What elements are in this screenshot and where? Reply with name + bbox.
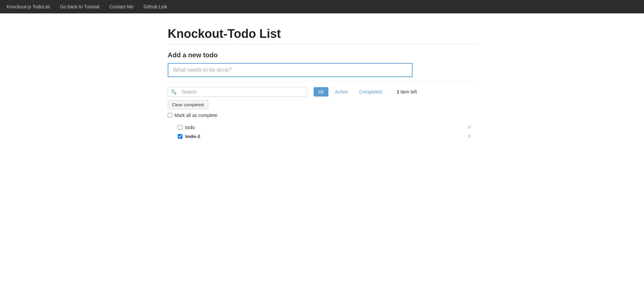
navbar-link-tutorial[interactable]: Go back to Tutorial	[60, 4, 100, 9]
todo-delete-button-1[interactable]: ✕	[466, 124, 473, 130]
navbar-brand[interactable]: Knockout-js TodoList	[7, 4, 50, 9]
todo-item-left-2: todo 2	[178, 133, 200, 139]
todo-checkbox-1[interactable]	[178, 125, 182, 130]
main-content: Knockout-Todo List Add a new todo 🔍 All …	[161, 27, 483, 141]
add-todo-input[interactable]	[168, 63, 413, 77]
search-icon: 🔍	[171, 89, 176, 95]
search-icon-button[interactable]: 🔍	[168, 87, 179, 97]
add-section-title: Add a new todo	[168, 51, 476, 59]
todo-checkbox-2[interactable]	[178, 134, 182, 139]
filter-all-button[interactable]: All	[314, 87, 328, 97]
todo-text-1: todo	[185, 124, 195, 130]
todo-item-2: todo 2 ✕	[178, 132, 476, 141]
navbar-link-contact[interactable]: Contact Me	[109, 4, 133, 9]
mark-all-row: Mark all as complete	[168, 113, 476, 118]
todo-text-2: todo 2	[185, 133, 200, 139]
navbar-link-github[interactable]: Github Link	[144, 4, 167, 9]
clear-completed-button[interactable]: Clear completed	[168, 100, 208, 109]
mark-all-label: Mark all as complete	[174, 113, 217, 118]
search-container: 🔍	[168, 87, 307, 97]
todo-item-left-1: todo	[178, 124, 195, 130]
mark-all-checkbox[interactable]	[168, 113, 172, 118]
items-left-label: item left	[400, 89, 417, 95]
page-title: Knockout-Todo List	[168, 27, 476, 45]
clear-completed-row: Clear completed	[168, 100, 476, 109]
todo-delete-button-2[interactable]: ✕	[466, 133, 473, 139]
search-input[interactable]	[179, 87, 307, 97]
filter-buttons: All Active Completed	[314, 87, 386, 97]
filter-completed-button[interactable]: Completed	[355, 87, 387, 97]
navbar: Knockout-js TodoList Go back to Tutorial…	[0, 0, 644, 13]
todo-list: todo ✕ todo 2 ✕	[168, 123, 476, 141]
items-left-count: 1	[396, 89, 399, 95]
controls-row: 🔍 All Active Completed 1 item left	[168, 87, 476, 97]
todo-item: todo ✕	[178, 123, 476, 132]
divider-1	[168, 81, 476, 81]
items-left: 1 item left	[396, 89, 417, 95]
filter-active-button[interactable]: Active	[330, 87, 353, 97]
